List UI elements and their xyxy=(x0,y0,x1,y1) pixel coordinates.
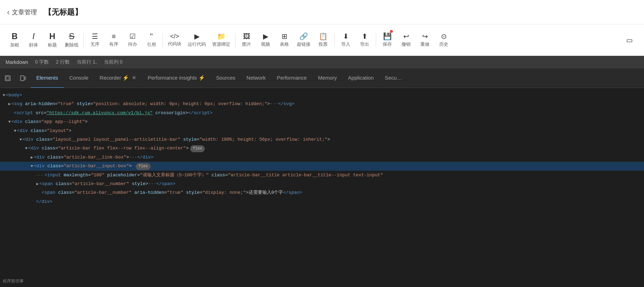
redo-button[interactable]: ↪ 重做 xyxy=(416,28,434,52)
vote-icon: 📋 xyxy=(319,33,328,40)
dom-div-panel[interactable]: ▼<div class="layout__panel layout__panel… xyxy=(0,135,644,144)
select-element-button[interactable] xyxy=(1,72,14,84)
dom-span-number2[interactable]: <span class="article-bar__number" aria-h… xyxy=(0,188,644,197)
quote-button[interactable]: " 引用 xyxy=(142,28,160,52)
tab-performance-insights-label: Performance insights ⚡ xyxy=(148,75,205,81)
import-label: 导入 xyxy=(341,41,350,47)
save-icon: 💾 xyxy=(383,33,392,40)
dom-script[interactable]: <script src="https://sdk.rum.aliyuncs.co… xyxy=(0,109,644,117)
tab-elements[interactable]: Elements xyxy=(31,68,64,88)
tab-application[interactable]: Application xyxy=(343,68,379,88)
tab-recorder-close[interactable]: ✕ xyxy=(132,75,136,81)
history-label: 历史 xyxy=(439,41,448,47)
unordered-label: 无序 xyxy=(90,41,99,47)
divider-5 xyxy=(376,33,376,47)
back-arrow: ‹ xyxy=(7,7,10,17)
table-button[interactable]: ⊞ 表格 xyxy=(275,28,293,52)
dom-span-number1[interactable]: ▶<span class="article-bar__number" style… xyxy=(0,179,644,188)
tab-network[interactable]: Network xyxy=(241,68,271,88)
back-button[interactable]: ‹ 文章管理 xyxy=(7,7,37,17)
ordered-button[interactable]: ≡ 有序 xyxy=(105,28,123,52)
bold-button[interactable]: B 加粗 xyxy=(6,28,24,52)
dom-svg[interactable]: ▶<svg aria-hidden="true" style="position… xyxy=(0,100,644,108)
link-button[interactable]: 🔗 超链接 xyxy=(294,28,313,52)
quote-icon: " xyxy=(150,32,153,40)
image-label: 图片 xyxy=(242,41,251,47)
tab-security-label: Secu… xyxy=(385,75,402,81)
dom-body[interactable]: ▼<body> xyxy=(0,91,644,100)
triangle-icon: ▼ xyxy=(14,129,16,133)
heading-label: 标题 xyxy=(48,42,57,48)
dom-tree: ▼<body> ▶<svg aria-hidden="true" style="… xyxy=(0,88,644,287)
dom-div-app[interactable]: ▼<div class="app app--light"> xyxy=(0,117,644,126)
bold-icon: B xyxy=(12,32,17,41)
devtools-panel: Elements Console Recorder ⚡ ✕ Performanc… xyxy=(0,68,644,287)
tab-recorder[interactable]: Recorder ⚡ ✕ xyxy=(94,68,142,88)
dom-article-bar[interactable]: ▼<div class="article-bar flex flex--row … xyxy=(0,144,644,153)
image-button[interactable]: 🖼 图片 xyxy=(238,28,256,52)
triangle-icon: ▼ xyxy=(31,164,33,168)
italic-button[interactable]: I 斜体 xyxy=(24,28,43,52)
dom-link-box[interactable]: ▶<div class="article-bar__link-box">···<… xyxy=(0,153,644,162)
current-row: 当前行 1, xyxy=(77,59,97,65)
link-icon: 🔗 xyxy=(299,33,308,40)
triangle-icon: ▼ xyxy=(8,120,11,124)
device-toggle-button[interactable] xyxy=(17,72,29,84)
tab-console[interactable]: Console xyxy=(64,68,94,88)
undo-icon: ↩ xyxy=(403,33,409,40)
runcode-icon: ▶ xyxy=(194,33,200,40)
tab-sources-label: Sources xyxy=(216,75,235,81)
vote-button[interactable]: 📋 投票 xyxy=(314,28,332,52)
divider-1 xyxy=(83,33,84,47)
tab-elements-label: Elements xyxy=(36,75,58,81)
tab-performance[interactable]: Performance xyxy=(271,68,313,88)
import-button[interactable]: ⬇ 导入 xyxy=(337,28,355,52)
tab-performance-insights[interactable]: Performance insights ⚡ xyxy=(142,68,210,88)
strikethrough-button[interactable]: S 删除线 xyxy=(62,28,81,52)
strikethrough-icon: S xyxy=(69,32,74,41)
todo-button[interactable]: ☑ 待办 xyxy=(123,28,142,52)
runcode-label: 运行代码 xyxy=(188,41,206,47)
video-button[interactable]: ▶ 视频 xyxy=(256,28,275,52)
runcode-button[interactable]: ▶ 运行代码 xyxy=(185,28,209,52)
tab-application-label: Application xyxy=(348,75,374,81)
unordered-button[interactable]: ☰ 无序 xyxy=(86,28,104,52)
resource-icon: 📁 xyxy=(217,33,226,40)
heading-button[interactable]: H 标题 xyxy=(43,28,61,52)
mode-label: Markdown xyxy=(6,59,28,65)
ordered-icon: ≡ xyxy=(112,33,116,40)
ellipsis-icon: ··· xyxy=(36,173,43,177)
dom-closing-div[interactable]: </div> xyxy=(0,197,644,206)
tab-memory[interactable]: Memory xyxy=(312,68,342,88)
save-button[interactable]: 💾 保存 xyxy=(378,28,396,52)
ordered-label: 有序 xyxy=(109,41,118,47)
triangle-icon: ▶ xyxy=(8,102,11,106)
triangle-icon: ▼ xyxy=(20,138,22,142)
tab-network-label: Network xyxy=(247,75,266,81)
tab-security[interactable]: Secu… xyxy=(379,68,407,88)
tab-console-label: Console xyxy=(69,75,89,81)
svg-rect-3 xyxy=(25,77,26,80)
bottom-watermark: 程序那些事 xyxy=(3,278,24,284)
save-notification-dot xyxy=(390,30,393,33)
bold-label: 加粗 xyxy=(10,42,19,48)
linecount: 2 行数 xyxy=(56,59,70,65)
resource-button[interactable]: 📁 资源绑定 xyxy=(209,28,233,52)
divider-2 xyxy=(163,33,163,47)
code-button[interactable]: </> 代码块 xyxy=(165,28,184,52)
dom-input-box[interactable]: ▼<div class="article-bar__input-box"> fl… xyxy=(0,162,644,170)
vote-label: 投票 xyxy=(319,41,328,47)
back-label: 文章管理 xyxy=(12,8,37,16)
table-label: 表格 xyxy=(280,41,289,47)
italic-label: 斜体 xyxy=(29,42,38,48)
export-button[interactable]: ⬆ 导出 xyxy=(355,28,374,52)
video-label: 视频 xyxy=(261,41,270,47)
history-button[interactable]: ⊙ 历史 xyxy=(435,28,453,52)
layout-button[interactable]: ▭ xyxy=(620,28,638,52)
tab-sources[interactable]: Sources xyxy=(211,68,241,88)
dom-input[interactable]: ···<input maxlength="100" placeholder="请… xyxy=(0,171,644,179)
dom-div-layout[interactable]: ▼<div class="layout"> xyxy=(0,126,644,135)
history-icon: ⊙ xyxy=(441,33,447,40)
export-icon: ⬆ xyxy=(362,33,368,40)
undo-button[interactable]: ↩ 撤销 xyxy=(397,28,415,52)
